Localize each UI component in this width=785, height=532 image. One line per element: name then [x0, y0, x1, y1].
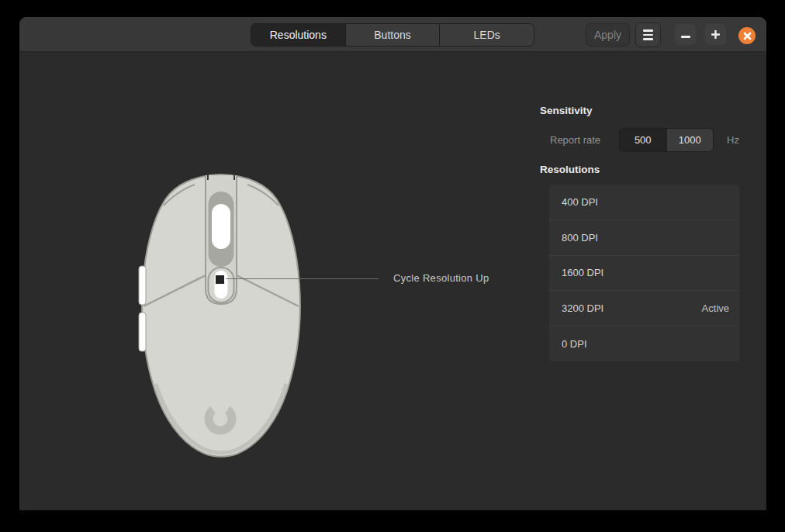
resolution-row-400[interactable]: 400 DPI: [549, 185, 739, 220]
side-button-back[interactable]: [139, 313, 146, 351]
resolution-label: 800 DPI: [562, 232, 598, 244]
resolution-label: 0 DPI: [562, 338, 587, 350]
header-bar: Resolutions Buttons LEDs Apply: [19, 17, 766, 52]
callout-label: Cycle Resolution Up: [393, 272, 489, 284]
close-button[interactable]: [738, 27, 756, 44]
report-rate-label: Report rate: [550, 134, 600, 146]
minimize-button[interactable]: [675, 24, 696, 45]
resolutions-list: 400 DPI 800 DPI 1600 DPI 3200 DPI Active…: [549, 185, 739, 361]
maximize-icon: [711, 30, 720, 39]
resolution-row-800[interactable]: 800 DPI: [549, 220, 739, 256]
resolution-label: 1600 DPI: [562, 267, 603, 278]
menu-button[interactable]: [635, 22, 661, 47]
minimize-icon: [681, 36, 690, 38]
report-rate-toggle: 500 1000: [619, 128, 714, 152]
tab-resolutions[interactable]: Resolutions: [251, 24, 346, 46]
resolution-row-3200[interactable]: 3200 DPI Active: [549, 291, 739, 326]
callout-line: [226, 278, 379, 279]
mouse-illustration: [136, 168, 306, 463]
resolutions-heading: Resolutions: [540, 164, 600, 175]
report-rate-500[interactable]: 500: [620, 129, 667, 151]
close-icon: [743, 32, 752, 40]
maximize-button[interactable]: [705, 24, 726, 45]
main-content: Cycle Resolution Up Sensitivity Report r…: [19, 52, 766, 510]
resolution-label: 3200 DPI: [562, 302, 603, 314]
tab-buttons[interactable]: Buttons: [346, 24, 441, 46]
dpi-cycle-button[interactable]: [215, 271, 228, 299]
report-rate-1000[interactable]: 1000: [667, 129, 714, 151]
resolution-status: Active: [702, 302, 729, 314]
sensitivity-heading: Sensitivity: [540, 105, 593, 116]
piper-window: Resolutions Buttons LEDs Apply: [19, 17, 766, 510]
resolution-row-0[interactable]: 0 DPI: [549, 326, 739, 361]
report-rate-unit: Hz: [727, 134, 739, 146]
desktop-background: Resolutions Buttons LEDs Apply: [0, 0, 785, 532]
report-rate-row: Report rate 500 1000 Hz: [550, 128, 752, 152]
view-switcher: Resolutions Buttons LEDs: [251, 23, 534, 47]
tab-leds[interactable]: LEDs: [440, 24, 534, 46]
resolution-label: 400 DPI: [562, 196, 598, 208]
side-button-forward[interactable]: [139, 266, 146, 305]
apply-button[interactable]: Apply: [586, 23, 630, 47]
scroll-wheel[interactable]: [212, 204, 230, 249]
dpi-button-marker: [216, 275, 224, 284]
resolution-row-1600[interactable]: 1600 DPI: [549, 256, 739, 292]
